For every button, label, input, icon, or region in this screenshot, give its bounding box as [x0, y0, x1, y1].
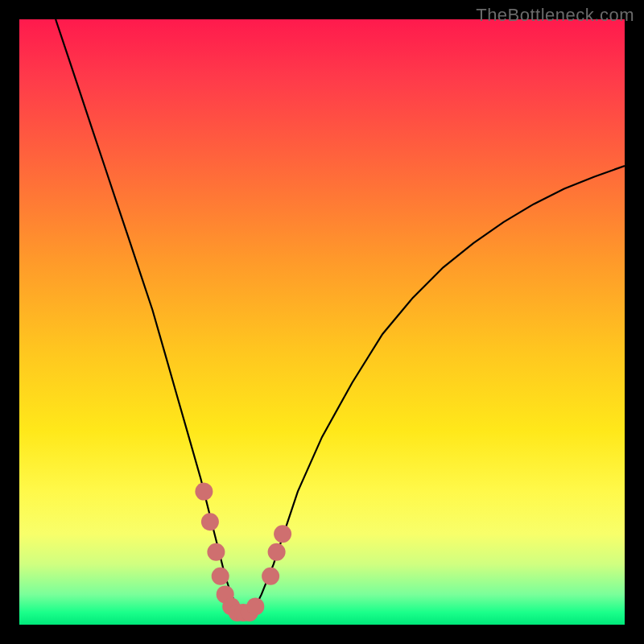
highlight-dot — [207, 543, 225, 561]
highlight-marker-group — [195, 483, 291, 621]
chart-plot-area — [19, 19, 625, 625]
highlight-dot — [262, 568, 279, 585]
bottleneck-curve-path — [56, 19, 625, 613]
watermark-text: TheBottleneck.com — [476, 5, 634, 26]
highlight-dot — [246, 597, 264, 615]
highlight-dot — [201, 513, 219, 530]
highlight-dot — [212, 568, 229, 585]
bottleneck-curve-svg — [19, 19, 625, 625]
highlight-dot — [268, 543, 286, 561]
highlight-dot — [195, 483, 213, 501]
highlight-dot — [274, 525, 291, 543]
